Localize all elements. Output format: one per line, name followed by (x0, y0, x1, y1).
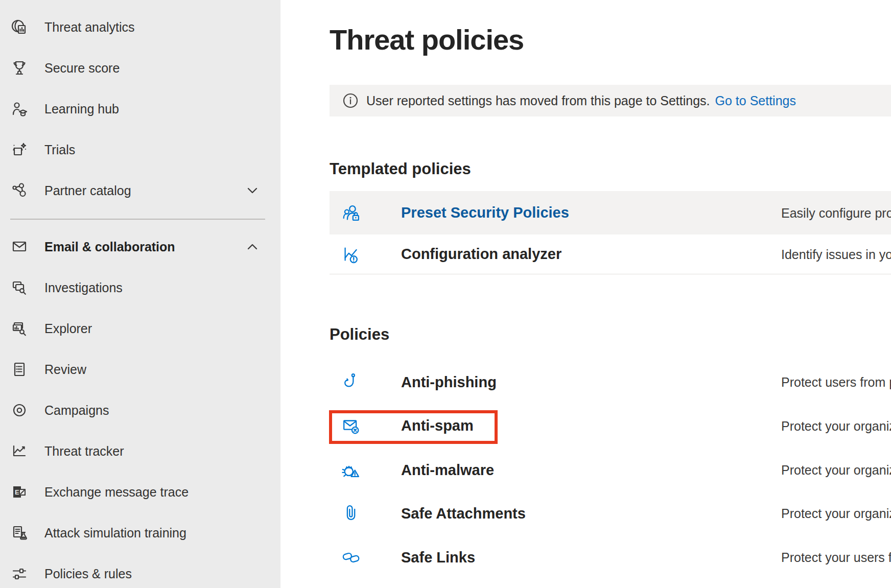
safe-attachments-icon (341, 502, 362, 525)
email-icon (10, 238, 29, 256)
sidebar-item-label: Secure score (44, 61, 120, 76)
sidebar-item-label: Explorer (44, 321, 92, 336)
sidebar-item-label: Exchange message trace (44, 485, 189, 500)
main-content: Threat policies User reported settings h… (280, 0, 891, 588)
review-icon (10, 360, 29, 379)
go-to-settings-link[interactable]: Go to Settings (715, 93, 796, 108)
chevron-up-icon (246, 240, 259, 253)
policy-label: Anti-phishing (401, 374, 497, 391)
explorer-icon (10, 319, 29, 338)
row-preset-security-policies[interactable]: Preset Security Policies Easily configur… (330, 191, 891, 234)
svg-text:E: E (15, 488, 19, 496)
investigations-icon (10, 278, 29, 297)
secure-score-icon (10, 59, 29, 77)
partner-catalog-icon (10, 181, 29, 200)
row-safe-links[interactable]: Safe Links Protect your users fr (330, 535, 891, 580)
trials-icon (10, 140, 29, 159)
anti-phishing-icon (341, 371, 362, 393)
policy-description: Protect users from p (781, 375, 891, 390)
sidebar-item-campaigns[interactable]: Campaigns (0, 390, 280, 431)
sidebar-item-secure-score[interactable]: Secure score (0, 48, 280, 88)
policy-label: Anti-spam (401, 417, 474, 434)
page-title: Threat policies (330, 23, 524, 56)
sidebar-item-label: Partner catalog (44, 183, 131, 198)
configuration-analyzer-icon (341, 243, 362, 266)
campaigns-icon (10, 401, 29, 419)
sidebar-item-label: Email & collaboration (44, 240, 175, 254)
sidebar-item-email-collaboration[interactable]: Email & collaboration (0, 226, 280, 267)
sidebar-item-label: Campaigns (44, 403, 109, 418)
sidebar-item-threat-tracker[interactable]: Threat tracker (0, 431, 280, 472)
sidebar-item-exchange-message-trace[interactable]: E Exchange message trace (0, 472, 280, 512)
sidebar-item-explorer[interactable]: Explorer (0, 308, 280, 349)
row-safe-attachments[interactable]: Safe Attachments Protect your organiz (330, 492, 891, 535)
row-anti-malware[interactable]: Anti-malware Protect your organiz (330, 448, 891, 492)
threat-tracker-icon (10, 442, 29, 460)
exchange-icon: E (10, 483, 29, 501)
policy-description: Identify issues in you (781, 247, 891, 262)
policies-rules-icon (10, 565, 29, 583)
policy-label: Safe Links (401, 549, 475, 566)
sidebar-item-label: Review (44, 362, 86, 377)
info-icon (343, 93, 358, 108)
sidebar-item-learning-hub[interactable]: Learning hub (0, 88, 280, 129)
policy-description: Protect your organiz (781, 506, 891, 521)
sidebar-item-label: Investigations (44, 280, 123, 295)
policy-description: Easily configure prot (781, 205, 891, 220)
sidebar-item-investigations[interactable]: Investigations (0, 267, 280, 308)
policy-label: Anti-malware (401, 462, 494, 479)
sidebar-item-label: Threat tracker (44, 444, 124, 459)
sidebar-item-attack-simulation-training[interactable]: Attack simulation training (0, 512, 280, 553)
attack-simulation-icon (10, 524, 29, 542)
row-anti-phishing[interactable]: Anti-phishing Protect users from p (330, 361, 891, 404)
row-anti-spam[interactable]: Anti-spam Protect your organiz (330, 404, 891, 448)
sidebar-item-review[interactable]: Review (0, 349, 280, 390)
sidebar-item-policies-rules[interactable]: Policies & rules (0, 553, 280, 588)
chevron-down-icon (246, 184, 259, 197)
safe-links-icon (341, 546, 362, 569)
sidebar-item-label: Trials (44, 143, 75, 157)
row-configuration-analyzer[interactable]: Configuration analyzer Identify issues i… (330, 234, 891, 274)
sidebar-item-trials[interactable]: Trials (0, 129, 280, 170)
threat-policies-page: Threat analytics Secure score (0, 0, 891, 588)
policy-description: Protect your organiz (781, 418, 891, 433)
threat-analytics-icon (10, 18, 29, 36)
section-heading-templated-policies: Templated policies (330, 159, 471, 179)
section-heading-policies: Policies (330, 325, 389, 344)
sidebar-item-label: Policies & rules (44, 567, 132, 581)
anti-malware-icon (341, 459, 362, 481)
sidebar-item-label: Learning hub (44, 102, 119, 116)
learning-hub-icon (10, 100, 29, 118)
sidebar-divider (10, 219, 265, 220)
sidebar-item-threat-analytics[interactable]: Threat analytics (0, 7, 280, 48)
info-banner: User reported settings has moved from th… (330, 85, 891, 116)
policy-description: Protect your users fr (781, 550, 891, 565)
sidebar-item-partner-catalog[interactable]: Partner catalog (0, 170, 280, 211)
policy-link-preset-security-policies[interactable]: Preset Security Policies (401, 204, 569, 221)
sidebar: Threat analytics Secure score (0, 0, 280, 588)
preset-security-policies-icon (341, 202, 362, 224)
banner-message: User reported settings has moved from th… (366, 93, 710, 108)
sidebar-item-label: Attack simulation training (44, 526, 186, 540)
policy-label: Safe Attachments (401, 505, 526, 522)
policy-description: Protect your organiz (781, 463, 891, 478)
policy-label: Configuration analyzer (401, 246, 561, 263)
anti-spam-icon (341, 415, 362, 437)
sidebar-item-label: Threat analytics (44, 20, 134, 35)
